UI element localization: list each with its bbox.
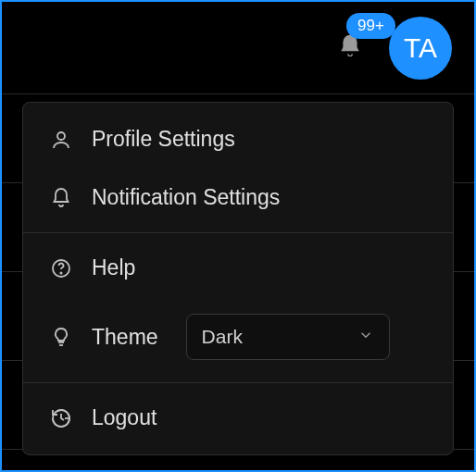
menu-item-label: Profile Settings bbox=[92, 127, 235, 152]
avatar[interactable]: TA bbox=[389, 17, 452, 80]
bell-outline-icon bbox=[49, 186, 73, 210]
menu-item-help[interactable]: Help bbox=[23, 239, 453, 297]
user-icon bbox=[49, 128, 73, 152]
menu-item-label: Notification Settings bbox=[92, 185, 280, 210]
notifications-button[interactable]: 99+ bbox=[337, 33, 363, 63]
avatar-initials: TA bbox=[404, 32, 437, 64]
theme-select[interactable]: Dark bbox=[186, 314, 390, 360]
menu-divider bbox=[23, 382, 453, 383]
svg-point-2 bbox=[60, 272, 61, 273]
menu-divider bbox=[23, 232, 453, 233]
notification-badge: 99+ bbox=[346, 13, 395, 39]
svg-point-0 bbox=[57, 132, 65, 140]
menu-item-profile[interactable]: Profile Settings bbox=[23, 110, 453, 168]
help-icon bbox=[49, 256, 73, 280]
theme-label: Theme bbox=[92, 325, 158, 350]
theme-value: Dark bbox=[202, 326, 243, 348]
lightbulb-icon bbox=[49, 325, 73, 349]
logout-icon bbox=[49, 406, 73, 430]
menu-item-theme: Theme Dark bbox=[23, 297, 453, 377]
menu-item-label: Logout bbox=[92, 405, 157, 430]
user-menu: Profile Settings Notification Settings H… bbox=[22, 102, 454, 455]
chevron-down-icon bbox=[357, 326, 374, 348]
menu-item-notifications[interactable]: Notification Settings bbox=[23, 168, 453, 227]
header-bar: 99+ TA bbox=[2, 2, 474, 94]
menu-item-label: Help bbox=[92, 255, 135, 280]
menu-item-logout[interactable]: Logout bbox=[23, 389, 453, 447]
